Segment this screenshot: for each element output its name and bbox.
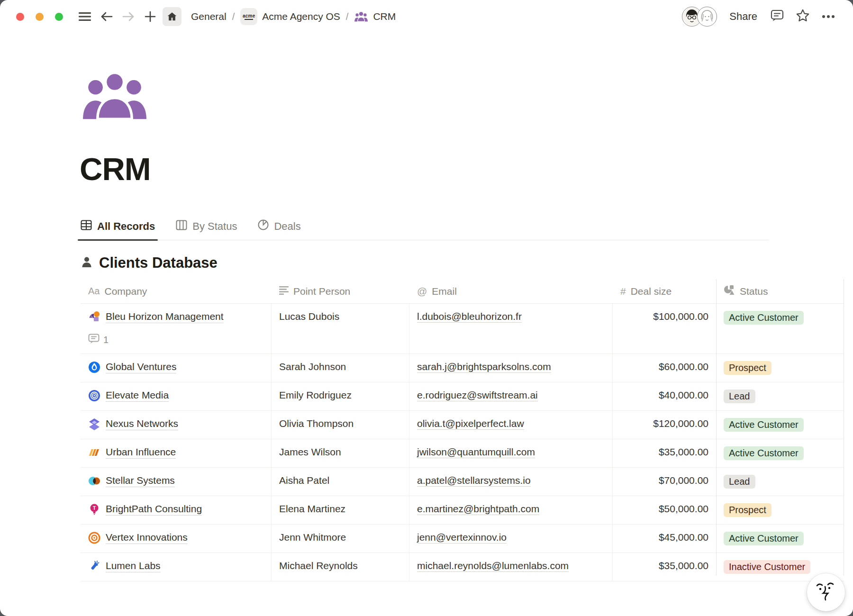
table-row[interactable]: T BrightPath Consulting Elena Martinez e… bbox=[81, 496, 844, 525]
company-cell[interactable]: Global Ventures bbox=[81, 354, 272, 382]
status-cell[interactable]: Lead bbox=[716, 382, 844, 410]
company-cell[interactable]: Vertex Innovations bbox=[81, 525, 272, 553]
company-link[interactable]: Bleu Horizon Management bbox=[106, 311, 224, 323]
table-row[interactable]: Global Ventures Sarah Johnson sarah.j@br… bbox=[81, 354, 844, 382]
email-link[interactable]: e.rodriguez@swiftstream.ai bbox=[417, 390, 538, 401]
email-link[interactable]: e.martinez@brightpath.com bbox=[417, 503, 539, 515]
email-link[interactable]: olivia.t@pixelperfect.law bbox=[417, 418, 524, 430]
table-row[interactable]: Bleu Horizon Management 1 Lucas Dubois l… bbox=[81, 304, 844, 354]
minimize-window-button[interactable] bbox=[36, 13, 44, 21]
company-cell[interactable]: T BrightPath Consulting bbox=[81, 496, 272, 524]
comment-count[interactable]: 1 bbox=[88, 334, 263, 346]
point-person-cell[interactable]: Emily Rodriguez bbox=[272, 382, 409, 410]
point-person-cell[interactable]: Michael Reynolds bbox=[272, 553, 409, 581]
more-options-button[interactable] bbox=[818, 6, 839, 27]
breadcrumb-workspace[interactable]: acme Acme Agency OS bbox=[236, 6, 344, 27]
status-cell[interactable]: Active Customer bbox=[716, 304, 844, 353]
email-cell[interactable]: sarah.j@brightsparksolns.com bbox=[409, 354, 613, 382]
email-cell[interactable]: e.martinez@brightpath.com bbox=[409, 496, 613, 524]
close-window-button[interactable] bbox=[16, 13, 24, 21]
table-row[interactable]: Urban Influence James Wilson jwilson@qua… bbox=[81, 439, 844, 468]
status-cell[interactable]: Prospect bbox=[716, 496, 844, 524]
tab-deals[interactable]: Deals bbox=[258, 219, 300, 240]
tab-by-status[interactable]: By Status bbox=[176, 220, 237, 240]
favorite-button[interactable] bbox=[792, 6, 813, 27]
status-cell[interactable]: Active Customer bbox=[716, 525, 844, 553]
comments-button[interactable] bbox=[767, 6, 788, 27]
breadcrumb-root[interactable]: General bbox=[187, 9, 230, 24]
company-link[interactable]: Vertex Innovations bbox=[106, 532, 188, 544]
status-cell[interactable]: Active Customer bbox=[716, 439, 844, 467]
back-button[interactable] bbox=[97, 7, 116, 26]
company-link[interactable]: Stellar Systems bbox=[106, 475, 175, 487]
deal-size-cell[interactable]: $40,000.00 bbox=[613, 382, 716, 410]
share-button[interactable]: Share bbox=[725, 8, 762, 26]
deal-size-cell[interactable]: $100,000.00 bbox=[613, 304, 716, 353]
point-person-cell[interactable]: Aisha Patel bbox=[272, 468, 409, 496]
column-header-deal-size[interactable]: # Deal size bbox=[613, 279, 716, 303]
new-page-button[interactable] bbox=[141, 7, 160, 26]
column-header-email[interactable]: @ Email bbox=[409, 279, 613, 303]
table-row[interactable]: Vertex Innovations Jenn Whitmore jenn@ve… bbox=[81, 525, 844, 553]
email-cell[interactable]: jwilson@quantumquill.com bbox=[409, 439, 613, 467]
deal-size-cell[interactable]: $45,000.00 bbox=[613, 525, 716, 553]
zoom-window-button[interactable] bbox=[55, 13, 63, 21]
notion-ai-button[interactable] bbox=[807, 573, 845, 611]
email-cell[interactable]: e.rodriguez@swiftstream.ai bbox=[409, 382, 613, 410]
email-link[interactable]: l.dubois@bleuhorizon.fr bbox=[417, 311, 522, 323]
point-person-cell[interactable]: Sarah Johnson bbox=[272, 354, 409, 382]
email-link[interactable]: a.patel@stellarsystems.io bbox=[417, 475, 531, 487]
deal-size-cell[interactable]: $50,000.00 bbox=[613, 496, 716, 524]
point-person-cell[interactable]: Jenn Whitmore bbox=[272, 525, 409, 553]
email-link[interactable]: jenn@vertexinnov.io bbox=[417, 532, 507, 544]
email-cell[interactable]: l.dubois@bleuhorizon.fr bbox=[409, 304, 613, 353]
column-header-status[interactable]: Status bbox=[716, 279, 844, 303]
deal-size-cell[interactable]: $120,000.00 bbox=[613, 411, 716, 439]
company-cell[interactable]: Lumen Labs bbox=[81, 553, 272, 581]
deal-size-cell[interactable]: $70,000.00 bbox=[613, 468, 716, 496]
company-cell[interactable]: Elevate Media bbox=[81, 382, 272, 410]
status-cell[interactable]: Prospect bbox=[716, 354, 844, 382]
sidebar-toggle-button[interactable] bbox=[75, 7, 94, 26]
company-cell[interactable]: Stellar Systems bbox=[81, 468, 272, 496]
database-title[interactable]: Clients Database bbox=[99, 254, 218, 272]
point-person-cell[interactable]: Lucas Dubois bbox=[272, 304, 409, 353]
table-row[interactable]: Nexus Networks Olivia Thompson olivia.t@… bbox=[81, 411, 844, 439]
column-header-point-person[interactable]: Point Person bbox=[272, 279, 409, 303]
email-cell[interactable]: a.patel@stellarsystems.io bbox=[409, 468, 613, 496]
company-link[interactable]: Lumen Labs bbox=[106, 560, 161, 572]
page-title[interactable]: CRM bbox=[80, 151, 853, 187]
table-row[interactable]: Stellar Systems Aisha Patel a.patel@stel… bbox=[81, 468, 844, 496]
company-link[interactable]: Nexus Networks bbox=[106, 418, 178, 430]
home-button[interactable] bbox=[163, 7, 181, 26]
deal-size-cell[interactable]: $35,000.00 bbox=[613, 439, 716, 467]
point-person-cell[interactable]: Olivia Thompson bbox=[272, 411, 409, 439]
forward-button[interactable] bbox=[119, 7, 138, 26]
table-row[interactable]: Lumen Labs Michael Reynolds michael.reyn… bbox=[81, 553, 844, 581]
email-link[interactable]: jwilson@quantumquill.com bbox=[417, 446, 535, 458]
page-icon-people-group[interactable] bbox=[82, 70, 148, 120]
tab-all-records[interactable]: All Records bbox=[81, 220, 155, 240]
email-cell[interactable]: jenn@vertexinnov.io bbox=[409, 525, 613, 553]
status-cell[interactable]: Active Customer bbox=[716, 411, 844, 439]
email-cell[interactable]: michael.reynolds@lumenlabs.com bbox=[409, 553, 613, 581]
email-cell[interactable]: olivia.t@pixelperfect.law bbox=[409, 411, 613, 439]
company-cell[interactable]: Urban Influence bbox=[81, 439, 272, 467]
deal-size-cell[interactable]: $60,000.00 bbox=[613, 354, 716, 382]
company-link[interactable]: Urban Influence bbox=[106, 446, 176, 459]
collaborator-avatars[interactable] bbox=[682, 7, 717, 27]
breadcrumb-page[interactable]: CRM bbox=[350, 9, 399, 24]
table-row[interactable]: Elevate Media Emily Rodriguez e.rodrigue… bbox=[81, 382, 844, 411]
column-header-company[interactable]: Aa Company bbox=[81, 279, 272, 303]
point-person-cell[interactable]: Elena Martinez bbox=[272, 496, 409, 524]
email-link[interactable]: michael.reynolds@lumenlabs.com bbox=[417, 560, 569, 572]
company-cell[interactable]: Bleu Horizon Management 1 bbox=[81, 304, 272, 353]
company-cell[interactable]: Nexus Networks bbox=[81, 411, 272, 439]
point-person-cell[interactable]: James Wilson bbox=[272, 439, 409, 467]
company-link[interactable]: BrightPath Consulting bbox=[106, 503, 202, 516]
company-link[interactable]: Elevate Media bbox=[106, 390, 169, 402]
deal-size-cell[interactable]: $35,000.00 bbox=[613, 553, 716, 581]
status-cell[interactable]: Lead bbox=[716, 468, 844, 496]
email-link[interactable]: sarah.j@brightsparksolns.com bbox=[417, 361, 551, 373]
company-link[interactable]: Global Ventures bbox=[106, 361, 176, 373]
